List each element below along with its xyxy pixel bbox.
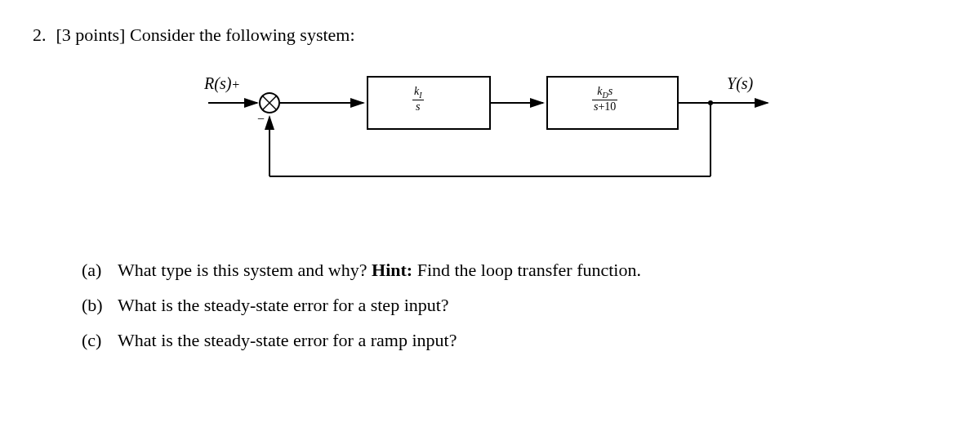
subpart-c: (c) What is the steady-state error for a…	[82, 328, 947, 354]
summing-minus-label: −	[257, 112, 265, 126]
problem-prompt: Consider the following system:	[130, 24, 355, 45]
problem-header: 2. [3 points] Consider the following sys…	[33, 24, 947, 46]
hint-text: Find the loop transfer function.	[417, 260, 641, 280]
subpart-b-label: (b)	[82, 293, 106, 318]
subparts-list: (a) What type is this system and why? Hi…	[82, 258, 947, 353]
subpart-b-text: What is the steady-state error for a ste…	[118, 293, 449, 318]
block2-transfer-function: kDs s+10	[592, 85, 617, 113]
subpart-b: (b) What is the steady-state error for a…	[82, 293, 947, 318]
block1-transfer-function: kI s	[412, 85, 424, 113]
problem-number: 2.	[33, 24, 47, 46]
output-signal-label: Y(s)	[727, 74, 776, 93]
block-diagram: R(s)+ − kI s k	[33, 70, 947, 217]
subpart-a-body: What type is this system and why? Hint: …	[118, 258, 641, 283]
subpart-a-label: (a)	[82, 258, 106, 283]
subpart-a: (a) What type is this system and why? Hi…	[82, 258, 947, 283]
input-signal-label: R(s)+	[204, 74, 253, 93]
hint-label: Hint:	[372, 260, 412, 280]
subpart-c-text: What is the steady-state error for a ram…	[118, 328, 457, 354]
problem-points: [3 points]	[56, 24, 126, 45]
subpart-c-label: (c)	[82, 328, 106, 354]
control-system-diagram: R(s)+ − kI s k	[204, 70, 776, 217]
subpart-a-text: What type is this system and why?	[118, 260, 372, 280]
